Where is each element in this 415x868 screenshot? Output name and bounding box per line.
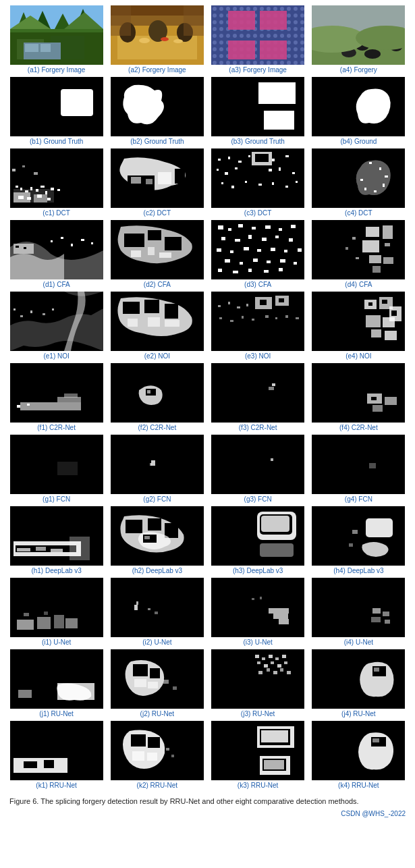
svg-rect-161 — [385, 243, 390, 246]
svg-rect-288 — [163, 680, 169, 684]
label-b1: (b1) Ground Truth — [30, 136, 83, 148]
svg-rect-24 — [111, 5, 131, 36]
cell-c1: (c1) DCT — [7, 148, 106, 219]
svg-rect-226 — [10, 435, 103, 494]
svg-rect-159 — [362, 240, 379, 252]
svg-rect-295 — [282, 655, 286, 658]
svg-rect-77 — [175, 169, 185, 184]
svg-rect-144 — [298, 248, 302, 252]
label-d1: (d1) CFA — [43, 279, 70, 291]
svg-rect-136 — [275, 236, 279, 238]
svg-rect-32 — [260, 40, 287, 59]
svg-rect-206 — [368, 302, 372, 306]
svg-rect-75 — [146, 179, 153, 184]
row-c-images: (c1) DCT (c2) DCT — [7, 148, 408, 219]
svg-rect-163 — [383, 257, 393, 264]
svg-rect-185 — [279, 298, 284, 302]
svg-rect-217 — [147, 390, 150, 394]
svg-rect-83 — [238, 161, 242, 163]
cell-a2: (a2) Forgery Image — [107, 5, 206, 76]
label-a1: (a1) Forgery Image — [28, 65, 86, 76]
image-h3 — [211, 506, 304, 566]
svg-rect-252 — [260, 543, 294, 557]
cell-a3: (a3) Forgery Image — [209, 5, 308, 76]
svg-rect-155 — [279, 268, 283, 271]
caption-text: Figure 6. The splicing forgery detection… — [9, 797, 359, 805]
svg-rect-113 — [61, 237, 63, 239]
cell-b1: (b1) Ground Truth — [7, 77, 106, 148]
svg-rect-241 — [70, 537, 90, 560]
svg-rect-262 — [24, 613, 29, 616]
svg-rect-55 — [20, 188, 22, 190]
label-d3: (d3) CFA — [244, 279, 271, 291]
label-a4: (a4) Forgery — [340, 65, 377, 76]
svg-rect-233 — [312, 435, 405, 494]
svg-rect-319 — [171, 755, 174, 757]
label-c2: (c2) DCT — [144, 208, 171, 219]
svg-rect-95 — [245, 181, 247, 183]
svg-rect-165 — [352, 237, 356, 240]
svg-rect-193 — [252, 319, 254, 321]
svg-rect-303 — [273, 671, 277, 674]
image-d1 — [10, 220, 103, 279]
svg-rect-129 — [265, 225, 271, 229]
svg-rect-30 — [260, 11, 287, 30]
svg-rect-80 — [255, 154, 269, 162]
cell-k4: (k4) RRU-Net — [309, 721, 408, 792]
cell-h3: (h3) DeepLab v3 — [209, 506, 308, 577]
image-k4 — [312, 721, 405, 780]
svg-rect-49 — [258, 82, 296, 104]
svg-rect-103 — [385, 175, 388, 178]
cell-g4: (g4) FCN — [309, 435, 408, 506]
label-g1: (g1) FCN — [43, 494, 70, 506]
svg-rect-254 — [366, 518, 393, 537]
svg-rect-150 — [294, 262, 297, 265]
label-c3: (c3) DCT — [244, 208, 272, 219]
svg-rect-166 — [345, 247, 348, 250]
image-d2 — [111, 220, 204, 279]
image-k1 — [10, 721, 103, 780]
svg-rect-278 — [371, 617, 381, 622]
svg-rect-273 — [252, 598, 254, 600]
image-j1 — [10, 649, 103, 709]
svg-rect-143 — [284, 250, 287, 252]
svg-rect-86 — [285, 155, 289, 157]
svg-rect-214 — [27, 404, 30, 406]
label-j2: (j2) RU-Net — [140, 709, 175, 720]
svg-rect-158 — [383, 225, 393, 239]
cell-e2: (e2) NOI — [107, 292, 206, 362]
page: (a1) Forgery Image — [0, 0, 415, 825]
image-b2 — [111, 77, 204, 136]
svg-rect-240 — [51, 549, 63, 552]
label-e2: (e2) NOI — [144, 351, 170, 362]
label-d4: (d4) CFA — [345, 279, 372, 291]
image-c4 — [312, 148, 405, 208]
svg-rect-138 — [217, 248, 221, 252]
svg-rect-210 — [20, 402, 81, 410]
svg-rect-271 — [273, 614, 288, 619]
label-j1: (j1) RU-Net — [39, 709, 74, 720]
svg-rect-221 — [312, 363, 405, 423]
label-b3: (b3) Ground Truth — [231, 136, 284, 148]
label-k3: (k3) RRU-Net — [238, 780, 279, 792]
cell-a4: (a4) Forgery — [309, 5, 408, 76]
svg-rect-91 — [279, 167, 281, 171]
svg-rect-192 — [242, 316, 244, 319]
svg-rect-120 — [165, 237, 182, 250]
svg-rect-258 — [17, 620, 34, 630]
image-a2 — [111, 5, 204, 65]
svg-rect-89 — [235, 167, 238, 169]
svg-rect-29 — [228, 11, 255, 30]
svg-rect-50 — [264, 111, 294, 130]
row-f-images: (f1) C2R-Net (f2) C2R-Net — [7, 363, 408, 434]
svg-rect-177 — [165, 304, 178, 319]
label-k4: (k4) RRU-Net — [338, 780, 379, 792]
row-a-images: (a1) Forgery Image — [7, 5, 408, 76]
svg-rect-162 — [369, 255, 381, 263]
svg-rect-316 — [132, 751, 144, 761]
svg-rect-318 — [166, 748, 169, 751]
svg-rect-172 — [43, 313, 45, 315]
svg-rect-164 — [372, 266, 381, 273]
svg-rect-101 — [369, 162, 372, 164]
svg-rect-282 — [18, 690, 32, 698]
